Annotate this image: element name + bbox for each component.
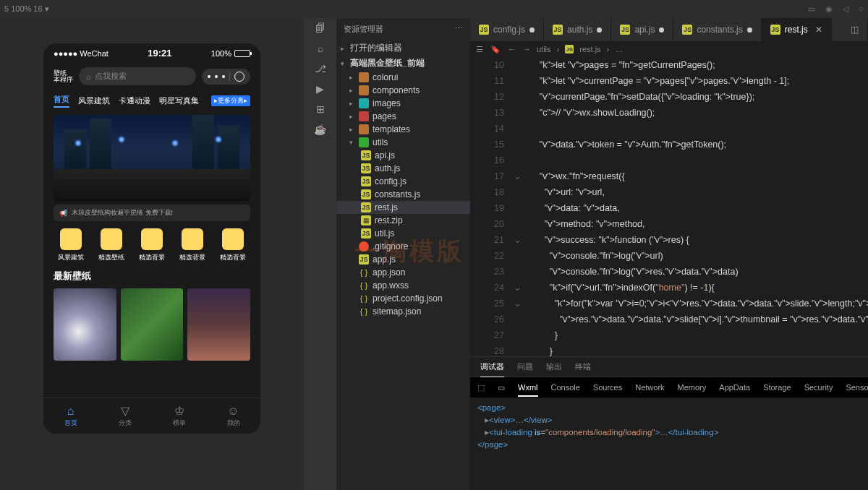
app-logo: 壁纸本程序 bbox=[54, 70, 73, 83]
tree-file[interactable]: { }app.json bbox=[336, 266, 470, 279]
tree-file[interactable]: .gitignore bbox=[336, 240, 470, 253]
tree-folder-utils[interactable]: ▾utils bbox=[336, 136, 470, 149]
back-icon[interactable]: ◁ bbox=[843, 4, 848, 14]
tab-debugger[interactable]: 调试器 bbox=[480, 361, 504, 377]
more-categories[interactable]: ▸更多分离▸ bbox=[211, 95, 250, 106]
wallpaper-thumb[interactable] bbox=[54, 288, 116, 361]
wxml-tree[interactable]: <page> ▸<view>…</view> ▸<tui-loading is=… bbox=[470, 397, 868, 455]
panel-tabs: 调试器 问题 输出 终端 bbox=[470, 357, 868, 377]
list-icon[interactable]: ☰ bbox=[476, 45, 483, 54]
search-icon: ⌕ bbox=[86, 72, 91, 81]
search-input[interactable]: ⌕ 点我搜索 bbox=[79, 67, 196, 85]
explorer-panel: 资源管理器 ⋯ ▸打开的编辑器 ▾高端黑金壁纸_前端 ▸colorui ▸com… bbox=[336, 18, 470, 490]
forward-icon[interactable]: → bbox=[523, 45, 531, 54]
editor-tab[interactable]: JSauth.js bbox=[544, 18, 611, 41]
nav-category[interactable]: ▽分类 bbox=[119, 404, 132, 428]
tree-file[interactable]: ▦rest.zip bbox=[336, 214, 470, 227]
devtab-appdata[interactable]: AppData bbox=[719, 383, 750, 392]
search-icon[interactable]: ⌕ bbox=[318, 43, 323, 54]
simulator-panel: ●●●●● WeChat 19:21 100% 壁纸本程序 ⌕ 点我搜索 bbox=[0, 18, 304, 490]
wallpaper-thumb[interactable] bbox=[121, 288, 184, 361]
bookmark-icon[interactable]: 🔖 bbox=[490, 45, 501, 54]
emoji-cat-2[interactable]: 精选背景 bbox=[139, 228, 165, 262]
tree-file[interactable]: { }sitemap.json bbox=[336, 305, 470, 318]
files-icon[interactable]: 🗐 bbox=[315, 22, 326, 34]
app-header: 壁纸本程序 ⌕ 点我搜索 bbox=[43, 63, 260, 90]
target-icon[interactable] bbox=[234, 72, 244, 82]
tab-stars[interactable]: 明星写真集 bbox=[159, 95, 199, 106]
tab-output[interactable]: 输出 bbox=[546, 361, 562, 372]
fold-column[interactable]: ⌄ ⌄ ⌄ ⌄ bbox=[510, 57, 524, 356]
nav-me[interactable]: ☺我的 bbox=[227, 405, 240, 428]
battery-indicator: 100% bbox=[211, 49, 250, 58]
tree-folder[interactable]: ▸templates bbox=[336, 123, 470, 136]
more-icon[interactable]: ⋯ bbox=[455, 24, 463, 35]
emoji-cat-3[interactable]: 精选背景 bbox=[179, 228, 205, 262]
tree-folder[interactable]: ▸images bbox=[336, 97, 470, 110]
record-icon[interactable]: ◉ bbox=[825, 4, 833, 14]
editor-actions: ◫ bbox=[832, 18, 868, 41]
devtab-sources[interactable]: Sources bbox=[593, 383, 622, 392]
tree-file-rest[interactable]: JSrest.js bbox=[336, 201, 470, 214]
devtab-console[interactable]: Console bbox=[551, 383, 580, 392]
tree-folder[interactable]: ▸colorui bbox=[336, 71, 470, 84]
tree-file[interactable]: JSauth.js bbox=[336, 162, 470, 175]
device-icon[interactable]: ▭ bbox=[808, 4, 815, 14]
tab-home[interactable]: 首页 bbox=[54, 94, 69, 108]
editor-tab-active[interactable]: JSrest.js✕ bbox=[762, 18, 832, 41]
editor-tab[interactable]: JSapi.js bbox=[611, 18, 673, 41]
editor-tab[interactable]: JSconstants.js bbox=[673, 18, 761, 41]
carrier-label: ●●●●● WeChat bbox=[54, 49, 109, 58]
nav-home[interactable]: ⌂首页 bbox=[64, 405, 77, 428]
tree-file[interactable]: JSconstants.js bbox=[336, 188, 470, 201]
emoji-categories: 风景建筑 精选壁纸 精选背景 精选背景 精选背景 bbox=[43, 224, 260, 267]
tab-anime[interactable]: 卡通动漫 bbox=[119, 95, 150, 106]
tree-folder[interactable]: ▸pages bbox=[336, 110, 470, 123]
notice-bar[interactable]: 📢 木琼皮壁纸构妆遍于层络 免费下载! bbox=[54, 205, 250, 221]
home-icon[interactable]: ○ bbox=[859, 4, 864, 14]
devtab-network[interactable]: Network bbox=[635, 383, 664, 392]
tab-problems[interactable]: 问题 bbox=[517, 361, 533, 372]
devtab-security[interactable]: Security bbox=[804, 383, 833, 392]
devtab-sensor[interactable]: Sensor bbox=[846, 383, 868, 392]
tree-file[interactable]: JSutil.js bbox=[336, 227, 470, 240]
back-icon[interactable]: ← bbox=[508, 45, 516, 54]
inspect-icon[interactable]: ⬚ bbox=[477, 383, 485, 392]
tree-project[interactable]: ▾高端黑金壁纸_前端 bbox=[336, 56, 470, 71]
devtab-storage[interactable]: Storage bbox=[763, 383, 791, 392]
nav-rank[interactable]: ♔榜单 bbox=[173, 404, 186, 428]
tree-folder[interactable]: ▸components bbox=[336, 84, 470, 97]
debug-icon[interactable]: ▶ bbox=[316, 83, 324, 95]
git-icon[interactable]: ⎇ bbox=[315, 63, 326, 74]
editor-tabs: JSconfig.js JSauth.js JSapi.js JSconstan… bbox=[470, 18, 868, 41]
emoji-cat-1[interactable]: 精选壁纸 bbox=[98, 228, 124, 262]
tree-section[interactable]: ▸打开的编辑器 bbox=[336, 40, 470, 56]
devtab-memory[interactable]: Memory bbox=[678, 383, 707, 392]
wallpaper-thumb[interactable] bbox=[187, 288, 250, 361]
zoom-indicator[interactable]: 5 100% 16 ▾ bbox=[4, 4, 49, 14]
tab-scenery[interactable]: 风景建筑 bbox=[78, 95, 110, 106]
device-icon[interactable]: ▭ bbox=[498, 383, 505, 392]
toolbar-right: ▭ ◉ ◁ ○ bbox=[808, 4, 864, 14]
tree-file[interactable]: JSapp.js bbox=[336, 253, 470, 266]
tab-terminal[interactable]: 终端 bbox=[575, 361, 591, 372]
tree-file[interactable]: { }project.config.json bbox=[336, 292, 470, 305]
bottom-nav: ⌂首页 ▽分类 ♔榜单 ☺我的 bbox=[43, 397, 260, 434]
emoji-cat-4[interactable]: 精选背景 bbox=[220, 228, 246, 262]
devtab-wxml[interactable]: Wxml bbox=[518, 383, 538, 397]
tree-file[interactable]: JSapi.js bbox=[336, 149, 470, 162]
line-gutter: 10 11 12 13 14 15 16 17 18 19 20 21 22 2… bbox=[470, 57, 510, 356]
cloud-icon[interactable]: ☕ bbox=[314, 124, 326, 135]
phone-frame: ●●●●● WeChat 19:21 100% 壁纸本程序 ⌕ 点我搜索 bbox=[43, 43, 260, 434]
editor-tab[interactable]: JSconfig.js bbox=[470, 18, 544, 41]
ext-icon[interactable]: ⊞ bbox=[316, 103, 325, 115]
tree-file[interactable]: JSconfig.js bbox=[336, 175, 470, 188]
tree-file[interactable]: { }app.wxss bbox=[336, 279, 470, 292]
code-content[interactable]: "k">let "v">pages = "fn">getCurrentPages… bbox=[524, 57, 868, 356]
split-icon[interactable]: ◫ bbox=[851, 25, 859, 35]
emoji-cat-0[interactable]: 风景建筑 bbox=[58, 228, 84, 262]
code-editor[interactable]: 10 11 12 13 14 15 16 17 18 19 20 21 22 2… bbox=[470, 57, 868, 356]
banner-image[interactable] bbox=[54, 115, 250, 202]
wechat-capsule[interactable] bbox=[202, 69, 250, 85]
close-icon[interactable]: ✕ bbox=[815, 25, 822, 35]
